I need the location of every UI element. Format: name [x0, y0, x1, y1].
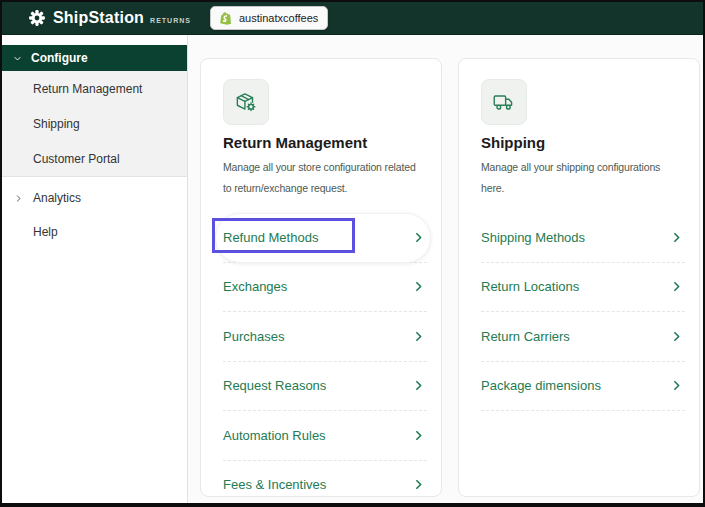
- sidebar-item-help[interactable]: Help: [2, 215, 187, 249]
- link-row-request-reasons[interactable]: Request Reasons: [223, 362, 427, 412]
- brand-name: ShipStation: [53, 9, 144, 27]
- link-label: Exchanges: [223, 279, 287, 294]
- truck-icon: [481, 79, 527, 125]
- chevron-right-icon: [412, 231, 425, 244]
- link-row-refund-methods[interactable]: Refund Methods: [223, 213, 427, 263]
- card-links: Refund MethodsExchangesPurchasesRequest …: [223, 213, 427, 497]
- chevron-right-icon: [412, 379, 425, 392]
- link-label: Package dimensions: [481, 378, 601, 393]
- link-row-purchases[interactable]: Purchases: [223, 312, 427, 362]
- sidebar-configure-label: Configure: [31, 51, 88, 65]
- chevron-right-icon: [670, 231, 683, 244]
- top-header-bar: ShipStation RETURNS austinatxcoffees: [2, 2, 703, 35]
- card-return-management: Return Management Manage all your store …: [200, 58, 442, 497]
- sidebar-analytics-label: Analytics: [33, 191, 81, 205]
- link-label: Return Carriers: [481, 329, 570, 344]
- link-label: Automation Rules: [223, 428, 326, 443]
- sidebar-item-analytics[interactable]: Analytics: [2, 181, 187, 215]
- link-row-package-dimensions[interactable]: Package dimensions: [481, 362, 685, 412]
- link-label: Request Reasons: [223, 378, 326, 393]
- link-label: Shipping Methods: [481, 230, 585, 245]
- sidebar-item-customer-portal[interactable]: Customer Portal: [2, 141, 187, 176]
- link-row-return-locations[interactable]: Return Locations: [481, 263, 685, 313]
- shipstation-gear-icon: [28, 9, 46, 27]
- chevron-right-icon: [670, 280, 683, 293]
- chevron-right-icon: [670, 330, 683, 343]
- link-label: Purchases: [223, 329, 284, 344]
- chevron-right-icon: [14, 194, 23, 203]
- chevron-right-icon: [412, 330, 425, 343]
- package-gear-icon: [223, 79, 269, 125]
- main-content: Return Management Manage all your store …: [188, 35, 703, 503]
- store-name: austinatxcoffees: [239, 12, 318, 24]
- brand-suffix: RETURNS: [150, 17, 191, 24]
- chevron-down-icon: [13, 54, 22, 63]
- sidebar-item-return-management[interactable]: Return Management: [2, 71, 187, 106]
- link-label: Fees & Incentives: [223, 477, 326, 492]
- chevron-right-icon: [412, 280, 425, 293]
- card-title: Return Management: [223, 134, 427, 151]
- link-label: Return Locations: [481, 279, 579, 294]
- card-links: Shipping MethodsReturn LocationsReturn C…: [481, 213, 685, 411]
- store-selector[interactable]: austinatxcoffees: [210, 6, 328, 30]
- card-shipping: Shipping Manage all your shipping config…: [458, 58, 700, 497]
- sidebar-item-configure[interactable]: Configure: [2, 45, 187, 71]
- chevron-right-icon: [412, 478, 425, 491]
- sidebar-configure-group: Configure Return Management Shipping Cus…: [2, 45, 187, 177]
- link-label: Refund Methods: [223, 230, 318, 245]
- app-window: ShipStation RETURNS austinatxcoffees Con…: [0, 0, 705, 507]
- sidebar-item-shipping[interactable]: Shipping: [2, 106, 187, 141]
- link-row-automation-rules[interactable]: Automation Rules: [223, 411, 427, 461]
- sidebar: Configure Return Management Shipping Cus…: [2, 35, 188, 503]
- link-row-exchanges[interactable]: Exchanges: [223, 263, 427, 313]
- chevron-right-icon: [412, 429, 425, 442]
- link-row-return-carriers[interactable]: Return Carriers: [481, 312, 685, 362]
- shipstation-logo[interactable]: ShipStation RETURNS: [28, 9, 191, 27]
- card-title: Shipping: [481, 134, 685, 151]
- card-description: Manage all your shipping configurations …: [481, 157, 690, 199]
- link-row-shipping-methods[interactable]: Shipping Methods: [481, 213, 685, 263]
- link-row-fees-incentives[interactable]: Fees & Incentives: [223, 461, 427, 498]
- chevron-right-icon: [670, 379, 683, 392]
- shopify-icon: [218, 11, 233, 26]
- card-description: Manage all your store configuration rela…: [223, 157, 432, 199]
